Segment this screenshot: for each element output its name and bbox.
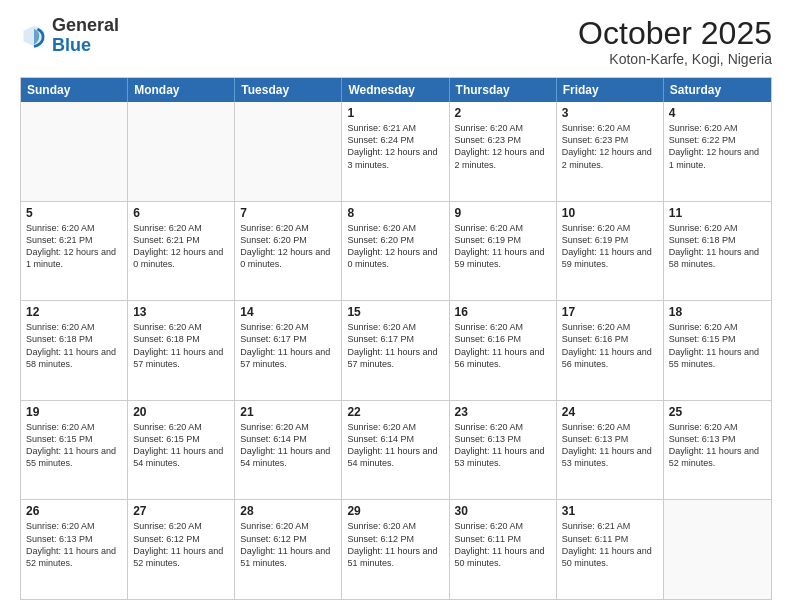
cell-text: Sunrise: 6:20 AM Sunset: 6:18 PM Dayligh… — [133, 321, 229, 370]
day-number: 14 — [240, 305, 336, 319]
calendar-cell: 21Sunrise: 6:20 AM Sunset: 6:14 PM Dayli… — [235, 401, 342, 500]
calendar-cell: 6Sunrise: 6:20 AM Sunset: 6:21 PM Daylig… — [128, 202, 235, 301]
cell-text: Sunrise: 6:20 AM Sunset: 6:11 PM Dayligh… — [455, 520, 551, 569]
day-number: 17 — [562, 305, 658, 319]
location-subtitle: Koton-Karfe, Kogi, Nigeria — [578, 51, 772, 67]
logo-text: General Blue — [52, 16, 119, 56]
calendar-cell: 25Sunrise: 6:20 AM Sunset: 6:13 PM Dayli… — [664, 401, 771, 500]
day-number: 30 — [455, 504, 551, 518]
cell-text: Sunrise: 6:20 AM Sunset: 6:13 PM Dayligh… — [26, 520, 122, 569]
cell-text: Sunrise: 6:20 AM Sunset: 6:14 PM Dayligh… — [347, 421, 443, 470]
day-number: 11 — [669, 206, 766, 220]
calendar-cell: 5Sunrise: 6:20 AM Sunset: 6:21 PM Daylig… — [21, 202, 128, 301]
cell-text: Sunrise: 6:20 AM Sunset: 6:20 PM Dayligh… — [240, 222, 336, 271]
calendar-cell: 18Sunrise: 6:20 AM Sunset: 6:15 PM Dayli… — [664, 301, 771, 400]
weekday-header-thursday: Thursday — [450, 78, 557, 102]
calendar-cell: 9Sunrise: 6:20 AM Sunset: 6:19 PM Daylig… — [450, 202, 557, 301]
cell-text: Sunrise: 6:20 AM Sunset: 6:20 PM Dayligh… — [347, 222, 443, 271]
calendar-row-4: 26Sunrise: 6:20 AM Sunset: 6:13 PM Dayli… — [21, 499, 771, 599]
calendar-cell: 19Sunrise: 6:20 AM Sunset: 6:15 PM Dayli… — [21, 401, 128, 500]
weekday-header-wednesday: Wednesday — [342, 78, 449, 102]
cell-text: Sunrise: 6:20 AM Sunset: 6:22 PM Dayligh… — [669, 122, 766, 171]
calendar-header: SundayMondayTuesdayWednesdayThursdayFrid… — [21, 78, 771, 102]
day-number: 21 — [240, 405, 336, 419]
day-number: 2 — [455, 106, 551, 120]
calendar-cell: 14Sunrise: 6:20 AM Sunset: 6:17 PM Dayli… — [235, 301, 342, 400]
calendar-cell: 2Sunrise: 6:20 AM Sunset: 6:23 PM Daylig… — [450, 102, 557, 201]
day-number: 27 — [133, 504, 229, 518]
day-number: 19 — [26, 405, 122, 419]
calendar-cell — [664, 500, 771, 599]
calendar-cell: 17Sunrise: 6:20 AM Sunset: 6:16 PM Dayli… — [557, 301, 664, 400]
cell-text: Sunrise: 6:20 AM Sunset: 6:18 PM Dayligh… — [26, 321, 122, 370]
cell-text: Sunrise: 6:20 AM Sunset: 6:12 PM Dayligh… — [347, 520, 443, 569]
day-number: 25 — [669, 405, 766, 419]
cell-text: Sunrise: 6:21 AM Sunset: 6:24 PM Dayligh… — [347, 122, 443, 171]
cell-text: Sunrise: 6:21 AM Sunset: 6:11 PM Dayligh… — [562, 520, 658, 569]
weekday-header-tuesday: Tuesday — [235, 78, 342, 102]
calendar-cell: 31Sunrise: 6:21 AM Sunset: 6:11 PM Dayli… — [557, 500, 664, 599]
cell-text: Sunrise: 6:20 AM Sunset: 6:18 PM Dayligh… — [669, 222, 766, 271]
day-number: 28 — [240, 504, 336, 518]
weekday-header-saturday: Saturday — [664, 78, 771, 102]
calendar: SundayMondayTuesdayWednesdayThursdayFrid… — [20, 77, 772, 600]
calendar-cell: 16Sunrise: 6:20 AM Sunset: 6:16 PM Dayli… — [450, 301, 557, 400]
day-number: 10 — [562, 206, 658, 220]
day-number: 6 — [133, 206, 229, 220]
month-title: October 2025 — [578, 16, 772, 51]
calendar-cell: 12Sunrise: 6:20 AM Sunset: 6:18 PM Dayli… — [21, 301, 128, 400]
calendar-cell — [235, 102, 342, 201]
day-number: 7 — [240, 206, 336, 220]
day-number: 31 — [562, 504, 658, 518]
calendar-row-3: 19Sunrise: 6:20 AM Sunset: 6:15 PM Dayli… — [21, 400, 771, 500]
day-number: 20 — [133, 405, 229, 419]
day-number: 4 — [669, 106, 766, 120]
calendar-row-2: 12Sunrise: 6:20 AM Sunset: 6:18 PM Dayli… — [21, 300, 771, 400]
calendar-cell: 30Sunrise: 6:20 AM Sunset: 6:11 PM Dayli… — [450, 500, 557, 599]
calendar-cell: 24Sunrise: 6:20 AM Sunset: 6:13 PM Dayli… — [557, 401, 664, 500]
title-block: October 2025 Koton-Karfe, Kogi, Nigeria — [578, 16, 772, 67]
header: General Blue October 2025 Koton-Karfe, K… — [20, 16, 772, 67]
day-number: 12 — [26, 305, 122, 319]
calendar-cell: 1Sunrise: 6:21 AM Sunset: 6:24 PM Daylig… — [342, 102, 449, 201]
day-number: 23 — [455, 405, 551, 419]
cell-text: Sunrise: 6:20 AM Sunset: 6:13 PM Dayligh… — [455, 421, 551, 470]
calendar-cell: 22Sunrise: 6:20 AM Sunset: 6:14 PM Dayli… — [342, 401, 449, 500]
calendar-cell: 3Sunrise: 6:20 AM Sunset: 6:23 PM Daylig… — [557, 102, 664, 201]
calendar-cell: 28Sunrise: 6:20 AM Sunset: 6:12 PM Dayli… — [235, 500, 342, 599]
cell-text: Sunrise: 6:20 AM Sunset: 6:21 PM Dayligh… — [26, 222, 122, 271]
weekday-header-sunday: Sunday — [21, 78, 128, 102]
calendar-cell: 23Sunrise: 6:20 AM Sunset: 6:13 PM Dayli… — [450, 401, 557, 500]
page: General Blue October 2025 Koton-Karfe, K… — [0, 0, 792, 612]
day-number: 1 — [347, 106, 443, 120]
calendar-cell — [128, 102, 235, 201]
cell-text: Sunrise: 6:20 AM Sunset: 6:15 PM Dayligh… — [133, 421, 229, 470]
cell-text: Sunrise: 6:20 AM Sunset: 6:23 PM Dayligh… — [562, 122, 658, 171]
calendar-cell: 27Sunrise: 6:20 AM Sunset: 6:12 PM Dayli… — [128, 500, 235, 599]
day-number: 15 — [347, 305, 443, 319]
weekday-header-friday: Friday — [557, 78, 664, 102]
day-number: 13 — [133, 305, 229, 319]
day-number: 16 — [455, 305, 551, 319]
calendar-cell: 4Sunrise: 6:20 AM Sunset: 6:22 PM Daylig… — [664, 102, 771, 201]
cell-text: Sunrise: 6:20 AM Sunset: 6:16 PM Dayligh… — [455, 321, 551, 370]
cell-text: Sunrise: 6:20 AM Sunset: 6:14 PM Dayligh… — [240, 421, 336, 470]
logo: General Blue — [20, 16, 119, 56]
day-number: 22 — [347, 405, 443, 419]
calendar-cell: 10Sunrise: 6:20 AM Sunset: 6:19 PM Dayli… — [557, 202, 664, 301]
calendar-cell: 7Sunrise: 6:20 AM Sunset: 6:20 PM Daylig… — [235, 202, 342, 301]
calendar-row-0: 1Sunrise: 6:21 AM Sunset: 6:24 PM Daylig… — [21, 102, 771, 201]
logo-icon — [20, 22, 48, 50]
cell-text: Sunrise: 6:20 AM Sunset: 6:13 PM Dayligh… — [669, 421, 766, 470]
day-number: 26 — [26, 504, 122, 518]
calendar-row-1: 5Sunrise: 6:20 AM Sunset: 6:21 PM Daylig… — [21, 201, 771, 301]
calendar-cell: 8Sunrise: 6:20 AM Sunset: 6:20 PM Daylig… — [342, 202, 449, 301]
calendar-cell: 11Sunrise: 6:20 AM Sunset: 6:18 PM Dayli… — [664, 202, 771, 301]
day-number: 24 — [562, 405, 658, 419]
cell-text: Sunrise: 6:20 AM Sunset: 6:17 PM Dayligh… — [347, 321, 443, 370]
cell-text: Sunrise: 6:20 AM Sunset: 6:13 PM Dayligh… — [562, 421, 658, 470]
cell-text: Sunrise: 6:20 AM Sunset: 6:12 PM Dayligh… — [133, 520, 229, 569]
cell-text: Sunrise: 6:20 AM Sunset: 6:19 PM Dayligh… — [562, 222, 658, 271]
cell-text: Sunrise: 6:20 AM Sunset: 6:15 PM Dayligh… — [26, 421, 122, 470]
calendar-cell: 13Sunrise: 6:20 AM Sunset: 6:18 PM Dayli… — [128, 301, 235, 400]
